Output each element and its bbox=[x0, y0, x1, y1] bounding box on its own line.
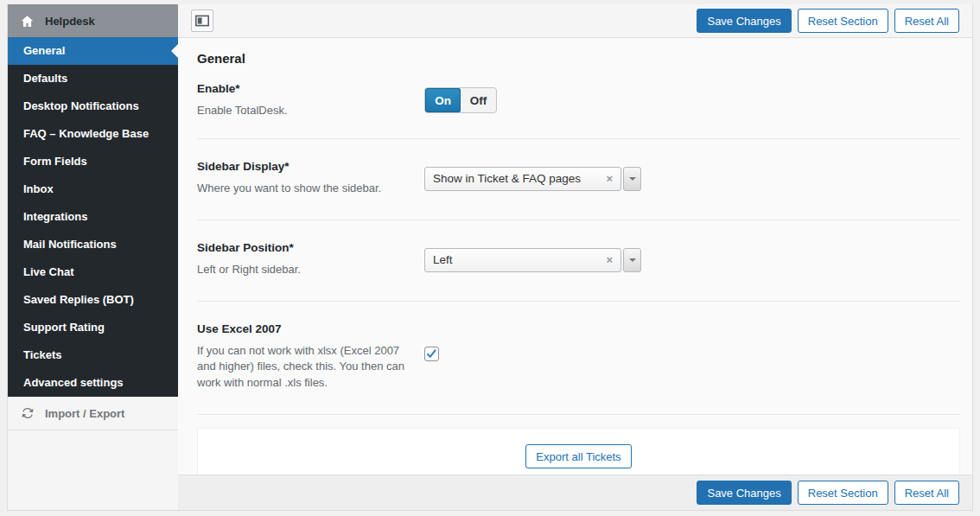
setting-row-text: Sidebar Display* Where you want to show … bbox=[197, 160, 424, 197]
setting-description: Left or Right sidebar. bbox=[197, 262, 415, 278]
import-export-label: Import / Export bbox=[45, 407, 124, 420]
sidebar-empty-area bbox=[8, 430, 178, 510]
save-changes-button[interactable]: Save Changes bbox=[697, 9, 791, 33]
settings-panel: Helpdesk General Defaults Desktop Notifi… bbox=[7, 4, 973, 511]
bottom-toolbar: Save Changes Reset Section Reset All bbox=[178, 475, 972, 510]
sync-icon bbox=[21, 406, 35, 420]
chevron-down-icon bbox=[629, 258, 636, 265]
clear-icon[interactable]: × bbox=[606, 254, 613, 265]
dropdown-open-button[interactable] bbox=[623, 248, 641, 272]
collapse-sidebar-icon bbox=[195, 15, 209, 27]
sidebar-display-select: Show in Ticket & FAQ pages × bbox=[424, 167, 641, 197]
sidebar-item-faq-knowledge-base[interactable]: FAQ – Knowledge Base bbox=[8, 120, 178, 148]
clear-icon[interactable]: × bbox=[606, 173, 613, 184]
checkmark-icon bbox=[426, 348, 437, 360]
selected-value: Show in Ticket & FAQ pages bbox=[433, 172, 601, 185]
setting-row-use-excel-2007: Use Excel 2007 If you can not work with … bbox=[197, 302, 960, 416]
setting-description: Where you want to show the sidebar. bbox=[197, 181, 415, 197]
sidebar-item-saved-replies-bot[interactable]: Saved Replies (BOT) bbox=[8, 286, 178, 314]
sidebar-item-desktop-notifications[interactable]: Desktop Notifications bbox=[8, 92, 178, 120]
save-changes-button-bottom[interactable]: Save Changes bbox=[697, 481, 791, 505]
reset-all-button-bottom[interactable]: Reset All bbox=[894, 481, 959, 505]
setting-row-enable: Enable* Enable TotalDesk. On Off bbox=[197, 66, 960, 139]
sidebar-menu: General Defaults Desktop Notifications F… bbox=[8, 37, 178, 397]
select-input[interactable]: Left × bbox=[424, 248, 621, 272]
sidebar: Helpdesk General Defaults Desktop Notifi… bbox=[8, 4, 178, 510]
sidebar-position-select: Left × bbox=[424, 248, 641, 278]
sidebar-item-mail-notifications[interactable]: Mail Notifications bbox=[8, 231, 178, 258]
reset-section-button[interactable]: Reset Section bbox=[798, 9, 888, 33]
setting-description: If you can not work with xlsx (Excel 200… bbox=[197, 343, 415, 392]
main-area: Save Changes Reset Section Reset All Gen… bbox=[178, 4, 972, 510]
enable-toggle: On Off bbox=[424, 87, 497, 113]
setting-label: Enable* bbox=[197, 82, 424, 95]
setting-label: Sidebar Display* bbox=[197, 160, 424, 173]
selected-value: Left bbox=[433, 253, 601, 266]
sidebar-item-advanced-settings[interactable]: Advanced settings bbox=[8, 369, 178, 397]
sidebar-title: Helpdesk bbox=[45, 15, 95, 28]
home-icon bbox=[20, 14, 35, 29]
collapse-sidebar-button[interactable] bbox=[191, 10, 213, 32]
sidebar-item-form-fields[interactable]: Form Fields bbox=[8, 148, 178, 175]
use-excel-2007-checkbox[interactable] bbox=[424, 347, 439, 361]
sidebar-item-general[interactable]: General bbox=[8, 37, 178, 65]
toggle-on-button[interactable]: On bbox=[425, 88, 461, 112]
sidebar-item-support-rating[interactable]: Support Rating bbox=[8, 314, 178, 341]
setting-label: Sidebar Position* bbox=[197, 241, 424, 254]
dropdown-open-button[interactable] bbox=[623, 167, 641, 191]
top-toolbar: Save Changes Reset Section Reset All bbox=[178, 4, 972, 38]
reset-all-button[interactable]: Reset All bbox=[894, 9, 959, 33]
export-section: Export all Tickets bbox=[197, 428, 960, 475]
export-all-tickets-button[interactable]: Export all Tickets bbox=[525, 444, 631, 468]
sidebar-item-import-export[interactable]: Import / Export bbox=[8, 397, 178, 430]
select-input[interactable]: Show in Ticket & FAQ pages × bbox=[424, 167, 621, 191]
sidebar-item-integrations[interactable]: Integrations bbox=[8, 203, 178, 231]
sidebar-header: Helpdesk bbox=[8, 4, 178, 37]
setting-row-text: Enable* Enable TotalDesk. bbox=[197, 82, 424, 119]
sidebar-item-tickets[interactable]: Tickets bbox=[8, 341, 178, 369]
toggle-off-button[interactable]: Off bbox=[461, 88, 496, 112]
page-title: General bbox=[197, 51, 960, 66]
setting-row-sidebar-position: Sidebar Position* Left or Right sidebar.… bbox=[197, 220, 960, 302]
settings-content: General Enable* Enable TotalDesk. On Off… bbox=[178, 38, 972, 475]
setting-label: Use Excel 2007 bbox=[197, 322, 424, 335]
sidebar-item-defaults[interactable]: Defaults bbox=[8, 65, 178, 92]
setting-description: Enable TotalDesk. bbox=[197, 103, 415, 119]
sidebar-item-inbox[interactable]: Inbox bbox=[8, 175, 178, 203]
chevron-down-icon bbox=[629, 177, 636, 184]
setting-row-sidebar-display: Sidebar Display* Where you want to show … bbox=[197, 139, 960, 220]
toolbar-buttons: Save Changes Reset Section Reset All bbox=[697, 9, 959, 33]
sidebar-item-live-chat[interactable]: Live Chat bbox=[8, 258, 178, 286]
setting-row-text: Use Excel 2007 If you can not work with … bbox=[197, 322, 424, 392]
reset-section-button-bottom[interactable]: Reset Section bbox=[798, 481, 888, 505]
setting-row-text: Sidebar Position* Left or Right sidebar. bbox=[197, 241, 424, 278]
